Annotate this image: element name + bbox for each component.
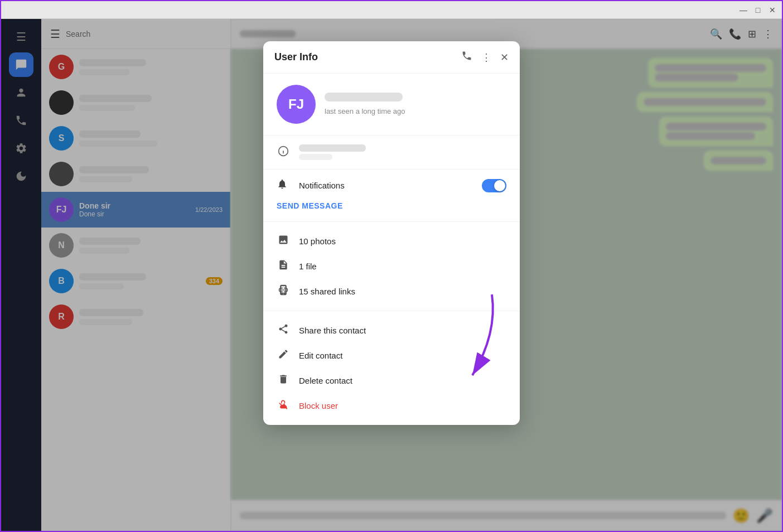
info-icon — [277, 146, 290, 159]
info-content — [299, 144, 366, 160]
info-blur-line — [299, 144, 366, 152]
modal-header-icons: ⋮ ✕ — [461, 50, 509, 64]
shared-links-row[interactable]: 15 shared links — [277, 279, 506, 304]
edit-icon — [277, 349, 290, 362]
delete-contact-row[interactable]: Delete contact — [277, 368, 506, 393]
share-contact-label: Share this contact — [299, 326, 366, 335]
maximize-button[interactable]: □ — [753, 5, 763, 15]
app-window: — □ ✕ ☰ ☰ — [0, 0, 783, 532]
user-profile-section: FJ last seen a long time ago — [263, 74, 520, 136]
notifications-toggle[interactable] — [482, 179, 506, 192]
share-contact-row[interactable]: Share this contact — [277, 318, 506, 343]
info-row — [277, 144, 506, 160]
user-avatar: FJ — [277, 85, 316, 124]
user-profile-info: last seen a long time ago — [325, 93, 405, 116]
info-blur-line2 — [299, 154, 332, 160]
photos-row[interactable]: 10 photos — [277, 229, 506, 254]
toggle-knob — [494, 180, 505, 191]
send-message-button[interactable]: SEND MESSAGE — [277, 199, 343, 212]
modal-close-icon[interactable]: ✕ — [500, 51, 509, 64]
shared-links-label: 15 shared links — [299, 287, 355, 296]
file-row[interactable]: 1 file — [277, 254, 506, 279]
user-status: last seen a long time ago — [325, 107, 405, 115]
block-user-row[interactable]: Block user — [277, 393, 506, 418]
modal-more-icon[interactable]: ⋮ — [481, 51, 491, 64]
info-section — [263, 136, 520, 170]
file-icon — [277, 259, 290, 273]
close-button[interactable]: ✕ — [767, 5, 777, 15]
modal-header: User Info ⋮ ✕ — [263, 41, 520, 74]
edit-contact-row[interactable]: Edit contact — [277, 343, 506, 368]
link-icon — [277, 284, 290, 298]
notifications-row: Notifications — [277, 178, 506, 192]
block-icon — [277, 399, 290, 413]
photos-label: 10 photos — [299, 236, 336, 246]
actions-section: Share this contact Edit contact Delete c… — [263, 311, 520, 425]
titlebar: — □ ✕ — [1, 1, 782, 19]
user-name-blurred — [325, 93, 403, 101]
block-user-label: Block user — [299, 401, 338, 410]
share-icon — [277, 323, 290, 337]
delete-icon — [277, 374, 290, 388]
modal-title: User Info — [274, 51, 461, 63]
minimize-button[interactable]: — — [738, 5, 748, 15]
user-info-modal: User Info ⋮ ✕ FJ last seen a long time a… — [263, 41, 520, 425]
modal-phone-icon[interactable] — [461, 50, 472, 64]
delete-contact-label: Delete contact — [299, 376, 352, 385]
modal-overlay: User Info ⋮ ✕ FJ last seen a long time a… — [1, 19, 782, 531]
edit-contact-label: Edit contact — [299, 351, 342, 360]
notifications-section: Notifications SEND MESSAGE — [263, 170, 520, 222]
notifications-label: Notifications — [299, 181, 473, 190]
photos-icon — [277, 234, 290, 248]
file-label: 1 file — [299, 262, 317, 271]
bell-icon — [277, 178, 290, 192]
media-section: 10 photos 1 file 15 shared links — [263, 222, 520, 311]
